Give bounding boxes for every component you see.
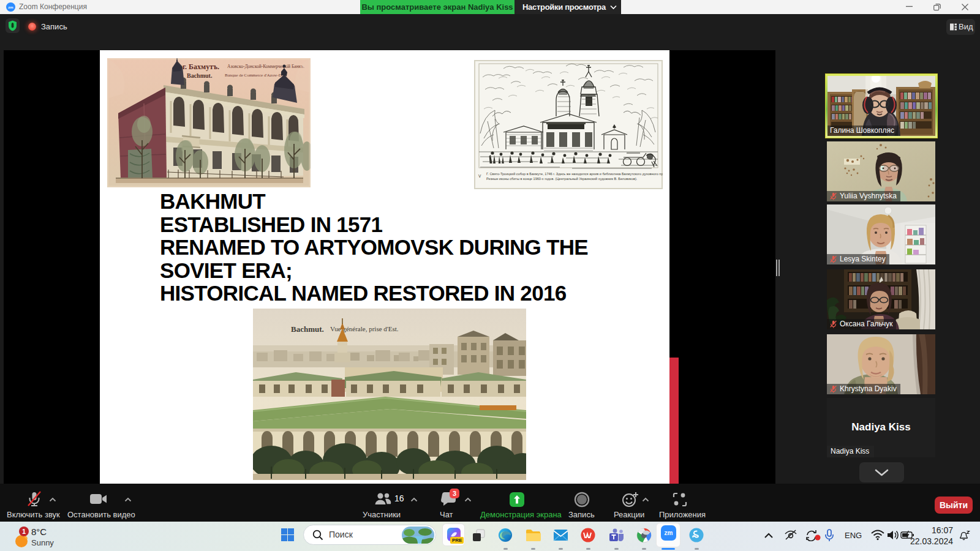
svg-text:г. Бахмутъ.: г. Бахмутъ. xyxy=(183,62,219,71)
svg-text:V: V xyxy=(478,174,481,178)
svg-text:Bachmut.: Bachmut. xyxy=(187,72,213,79)
svg-text:Резные иконы сбиты в конце 19: Резные иконы сбиты в конце 1960-х годов.… xyxy=(486,177,638,181)
svg-text:Г. Свято-Троицкий собор в Бахм: Г. Свято-Троицкий собор в Бахмуте, 1746 … xyxy=(486,172,663,176)
svg-text:Азовско-Донской-Коммерческій Б: Азовско-Донской-Коммерческій Банкъ. xyxy=(227,64,304,69)
svg-text:Banque de Commerce d'Azow-Don.: Banque de Commerce d'Azow-Don. xyxy=(225,73,287,78)
svg-text:Bachmut.: Bachmut. xyxy=(291,324,324,334)
